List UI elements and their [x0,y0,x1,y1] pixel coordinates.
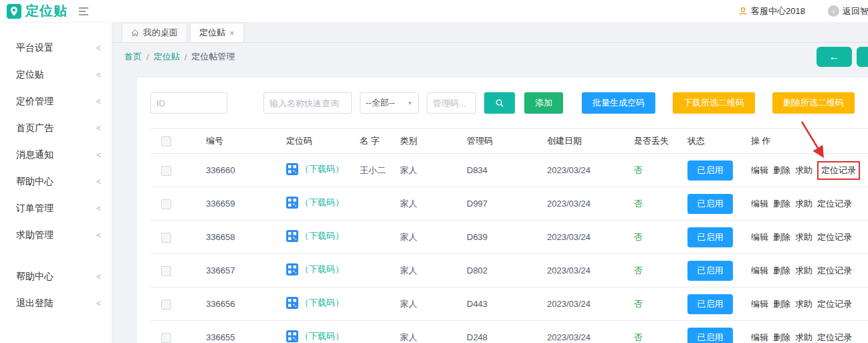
row-checkbox[interactable] [161,166,171,176]
sidebar-item-label: 求助管理 [16,229,53,241]
filter-toolbar: --全部-- ▼ 添加 批量生成空码 下载所选二维码 删除所选二维码 [150,92,868,114]
chevron-icon: < [96,177,101,187]
action-edit[interactable]: 编辑 [751,299,768,309]
download-code-link[interactable]: （下载码） [300,297,344,309]
cell-number: 336655 [201,321,281,343]
action-assist[interactable]: 求助 [795,199,812,209]
search-button[interactable] [484,92,515,114]
next-button-clipped[interactable] [857,47,868,67]
chevron-icon: < [96,272,101,281]
action-location-record[interactable]: 定位记录 [817,161,860,180]
action-assist[interactable]: 求助 [795,265,812,275]
name-search-input[interactable] [263,92,352,114]
row-checkbox[interactable] [161,300,171,310]
tab-location-sticker[interactable]: 定位贴 × [190,23,244,42]
table-row: 336658（下载码）家人D6392023/03/24否已启用编辑删除求助定位记… [150,221,868,254]
status-enabled-button[interactable]: 已启用 [687,328,733,343]
chevron-icon: < [96,231,101,240]
tab-my-desktop[interactable]: 我的桌面 [122,23,187,42]
cell-location-code: （下载码） [281,154,354,187]
breadcrumb-current: 定位帖管理 [191,51,235,63]
cell-admin-code: D248 [461,321,542,343]
sidebar-item[interactable]: 定价管理< [0,88,112,115]
select-all-checkbox[interactable] [161,136,171,146]
action-delete[interactable]: 删除 [773,299,790,309]
status-enabled-button[interactable]: 已启用 [687,261,733,281]
row-checkbox[interactable] [161,266,171,276]
action-location-record[interactable]: 定位记录 [817,199,852,209]
category-select[interactable]: --全部-- ▼ [360,92,419,114]
sidebar-item[interactable]: 平台设置< [0,35,112,62]
action-edit[interactable]: 编辑 [751,265,768,275]
sidebar-item[interactable]: 帮助中心< [0,263,112,290]
download-selected-button[interactable]: 下载所选二维码 [673,92,755,114]
action-assist[interactable]: 求助 [795,165,812,175]
action-delete[interactable]: 删除 [773,232,790,242]
action-location-record[interactable]: 定位记录 [817,299,852,309]
action-location-record[interactable]: 定位记录 [817,332,852,342]
cell-name: 王小二 [354,154,395,187]
row-checkbox[interactable] [161,333,171,343]
download-code-link[interactable]: （下载码） [300,263,344,275]
chevron-icon: < [96,204,101,213]
column-header: 编号 [201,129,281,154]
download-code-link[interactable]: （下载码） [300,330,344,342]
id-input[interactable] [150,92,227,114]
action-location-record[interactable]: 定位记录 [817,232,852,242]
sidebar-item[interactable]: 定位贴< [0,62,112,88]
breadcrumb-home[interactable]: 首页 [124,51,142,63]
action-delete[interactable]: 删除 [773,165,790,175]
action-assist[interactable]: 求助 [795,299,812,309]
table-row: 336660（下载码）王小二家人D8342023/03/24否已启用编辑删除求助… [150,154,868,187]
action-delete[interactable]: 删除 [773,199,790,209]
download-code-link[interactable]: （下载码） [300,230,344,242]
row-checkbox[interactable] [161,233,171,243]
action-edit[interactable]: 编辑 [751,199,768,209]
row-checkbox[interactable] [161,199,171,209]
cell-lost-status: 否 [629,221,682,254]
sidebar-menu: 平台设置<定位贴<定价管理<首页广告<消息通知<帮助中心<订单管理<求助管理<帮… [0,35,112,317]
status-enabled-button[interactable]: 已启用 [687,160,733,181]
sidebar: 平台设置<定位贴<定价管理<首页广告<消息通知<帮助中心<订单管理<求助管理<帮… [0,23,112,343]
app-logo[interactable]: 定位贴 [7,2,68,20]
action-delete[interactable]: 删除 [773,332,790,342]
status-enabled-button[interactable]: 已启用 [687,194,733,214]
status-enabled-button[interactable]: 已启用 [687,227,733,247]
cell-category: 家人 [395,321,461,343]
action-edit[interactable]: 编辑 [751,332,768,342]
download-code-link[interactable]: （下载码） [300,197,344,209]
chevron-icon: < [96,124,101,133]
sidebar-item[interactable]: 退出登陆< [0,290,112,317]
sidebar-item-label: 定位贴 [16,69,44,81]
qr-code-icon [286,230,298,242]
breadcrumb-section[interactable]: 定位贴 [154,51,180,63]
action-delete[interactable]: 删除 [773,265,790,275]
return-link[interactable]: ‹ 返回智能 [828,5,868,17]
sidebar-item[interactable]: 首页广告< [0,115,112,142]
sidebar-item[interactable]: 订单管理< [0,195,112,222]
sidebar-item-label: 帮助中心 [16,271,53,283]
user-menu[interactable]: 客服中心2018 [738,5,805,17]
qr-code-icon [286,330,298,342]
sidebar-item[interactable]: 消息通知< [0,142,112,168]
action-location-record[interactable]: 定位记录 [817,265,852,275]
sidebar-item-label: 消息通知 [16,149,53,161]
action-edit[interactable]: 编辑 [751,165,768,175]
admin-code-input[interactable] [427,92,476,114]
tab-close-icon[interactable]: × [229,28,235,38]
delete-selected-button[interactable]: 删除所选二维码 [772,92,855,114]
cell-number: 336657 [201,254,281,288]
cell-lost-status: 否 [629,288,682,321]
batch-generate-button[interactable]: 批量生成空码 [582,92,655,114]
back-button[interactable]: ← [817,47,852,67]
action-assist[interactable]: 求助 [795,332,812,342]
action-edit[interactable]: 编辑 [751,232,768,242]
action-assist[interactable]: 求助 [795,232,812,242]
status-enabled-button[interactable]: 已启用 [687,294,733,314]
sidebar-toggle-icon[interactable] [78,7,89,16]
cell-lost-status: 否 [629,254,682,288]
download-code-link[interactable]: （下载码） [300,163,344,175]
add-button[interactable]: 添加 [524,92,563,114]
sidebar-item[interactable]: 帮助中心< [0,168,112,195]
sidebar-item[interactable]: 求助管理< [0,222,112,249]
